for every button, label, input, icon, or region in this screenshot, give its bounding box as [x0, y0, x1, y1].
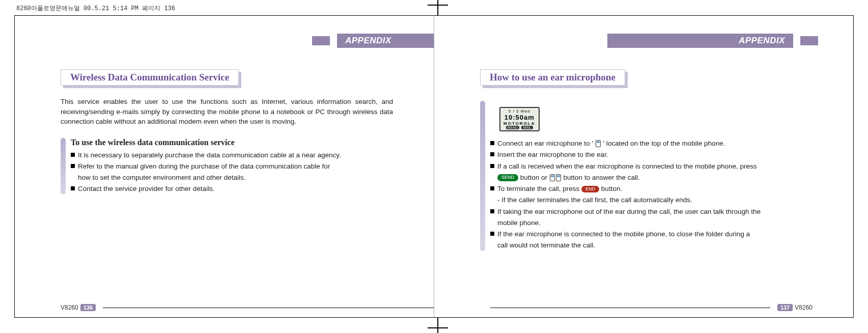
jack-icon — [596, 140, 601, 147]
phone-icon — [550, 174, 555, 181]
phone-screen-illustration: 5 / 3 Wed 10:50am MOTOROLA MENU MAIL — [499, 107, 540, 131]
end-button-icon: END — [581, 186, 599, 193]
list-item: To terminate the call, press END button. — [490, 184, 813, 194]
phone-icon — [556, 174, 561, 181]
list-item: Insert the ear microphone to the ear. — [490, 150, 813, 160]
section-title: Wireless Data Communication Service — [61, 69, 239, 86]
send-button-icon: SEND — [497, 174, 518, 181]
footer-rule — [103, 308, 434, 308]
list-item: If a call is received when the ear micro… — [490, 161, 813, 172]
text: ' located on the top of the mobile phone… — [603, 140, 725, 147]
text: Connect an ear microphone to ' — [497, 140, 593, 147]
section-title: How to use an ear microphone — [480, 69, 625, 86]
model-label: V8260 — [61, 304, 78, 311]
screen-date: 5 / 3 Wed — [503, 109, 536, 114]
list-item-cont: how to set the computer environment and … — [71, 173, 393, 183]
sub-section-bar — [480, 101, 485, 251]
list-item: If taking the ear microphone out of the … — [490, 207, 813, 217]
screen-brand: MOTOROLA — [503, 121, 536, 126]
header-bar-right: APPENDIX — [434, 34, 818, 48]
header-bar-left: APPENDIX — [47, 34, 434, 48]
header-accent — [312, 36, 330, 45]
softkey-mail: MAIL — [521, 126, 533, 129]
page-spread: APPENDIX Wireless Data Communication Ser… — [14, 15, 854, 318]
text: button or — [520, 174, 549, 181]
page-number: 136 — [80, 304, 96, 311]
content-left: Wireless Data Communication Service This… — [61, 69, 393, 196]
list-item: Contact the service provider for other d… — [71, 184, 393, 194]
content-right: How to use an ear microphone 5 / 3 Wed 1… — [480, 69, 813, 252]
intro-text: This service enables the user to use the… — [61, 97, 393, 127]
bullet-list: It is necessary to separately purchase t… — [71, 150, 393, 195]
crop-mark-bottom — [428, 318, 448, 333]
list-item: Refer to the manual given during the pur… — [71, 161, 393, 172]
header-accent — [800, 36, 818, 45]
text: button to answer the call. — [564, 174, 640, 181]
list-item-cont: - If the caller terminates the call firs… — [490, 195, 813, 205]
crop-mark-top — [428, 0, 448, 15]
section-title-box: Wireless Data Communication Service — [61, 69, 239, 86]
appendix-banner: APPENDIX — [337, 34, 434, 48]
text: button. — [601, 185, 622, 192]
list-item-cont: mobile phone. — [490, 218, 813, 228]
appendix-title: APPENDIX — [739, 36, 785, 46]
screen-time: 10:50am — [503, 114, 536, 121]
screen-softkeys: MENU MAIL — [503, 126, 536, 129]
list-item: It is necessary to separately purchase t… — [71, 150, 393, 160]
list-item: If the ear microphone is connected to th… — [490, 229, 813, 239]
footer-right: V8260 137 — [490, 304, 813, 311]
footer-rule — [490, 308, 770, 308]
section-title-box: How to use an ear microphone — [480, 69, 625, 86]
softkey-menu: MENU — [506, 126, 520, 129]
sub-section-bar — [61, 138, 66, 195]
sub-section: To use the wireless data communication s… — [61, 138, 393, 195]
page-136: APPENDIX Wireless Data Communication Ser… — [15, 16, 434, 317]
bullet-list: Connect an ear microphone to ' ' located… — [490, 138, 813, 251]
page-137: APPENDIX How to use an ear microphone 5 … — [434, 16, 853, 317]
text: To terminate the call, press — [497, 185, 581, 192]
list-item: Connect an ear microphone to ' ' located… — [490, 138, 813, 149]
print-header: 8260아폴로영문메뉴얼 00.5.21 5:14 PM 페이지 136 — [16, 4, 175, 13]
list-item-cont: call would not terminate the call. — [490, 240, 813, 251]
list-item-cont: SEND button or button to answer the call… — [490, 173, 813, 183]
model-label: V8260 — [795, 304, 813, 311]
appendix-banner: APPENDIX — [607, 34, 793, 48]
sub-section-title: To use the wireless data communication s… — [71, 138, 393, 147]
appendix-title: APPENDIX — [345, 36, 391, 46]
page-number: 137 — [777, 304, 793, 311]
footer-left: V8260 136 — [61, 304, 434, 311]
sub-section: 5 / 3 Wed 10:50am MOTOROLA MENU MAIL Con… — [480, 101, 813, 251]
